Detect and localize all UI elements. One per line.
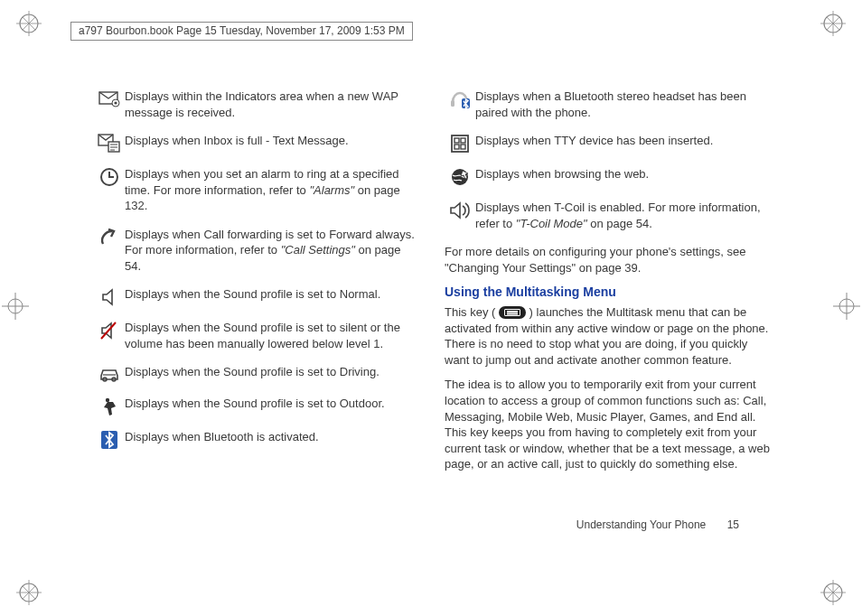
svg-point-8 [114,101,117,104]
indicator-row: Displays when Bluetooth is activated. [94,429,419,450]
indicator-row: Displays when a Bluetooth stereo headset… [445,89,770,120]
alarm-clock-icon [94,166,125,187]
sound-driving-icon [94,364,125,383]
crop-mark-icon [2,293,29,320]
indicator-desc: Displays when the Sound profile is set t… [125,364,419,380]
page: a797 Bourbon.book Page 15 Tuesday, Novem… [61,18,802,578]
indicator-desc: Displays within the Indicators area when… [125,89,419,120]
indicator-row: Displays when you set an alarm to ring a… [94,166,419,214]
indicator-desc: Displays when browsing the web. [475,166,770,182]
crop-mark-icon [833,293,860,320]
multitask-p1: This key ( ) launches the Multitask menu… [445,304,770,368]
bt-headset-icon [445,89,475,109]
svg-rect-17 [451,100,454,107]
svg-point-15 [106,398,109,402]
right-column: Displays when a Bluetooth stereo headset… [445,89,770,481]
register-mark-icon [820,580,846,605]
svg-rect-22 [454,145,459,149]
indicator-desc: Displays when the Sound profile is set t… [125,286,419,303]
indicator-desc: Displays when TTY device has been insert… [475,133,770,149]
indicator-desc: Displays when Call forwarding is set to … [125,227,419,275]
sound-normal-icon [94,286,125,307]
indicator-row: Displays when Inbox is full - Text Messa… [94,133,419,154]
indicator-desc: Displays when you set an alarm to ring a… [125,166,419,214]
sound-silent-icon [94,320,125,341]
config-paragraph: For more details on configuring your pho… [445,244,770,275]
header-meta: a797 Bourbon.book Page 15 Tuesday, Novem… [70,22,413,41]
indicator-desc: Displays when T-Coil is enabled. For mor… [475,200,770,231]
indicator-row: Displays when the Sound profile is set t… [94,396,419,416]
indicator-row: Displays when the Sound profile is set t… [94,286,419,307]
content-columns: Displays within the Indicators area when… [94,89,770,481]
multitask-p2: The idea is to allow you to temporarily … [445,377,770,471]
section-heading: Using the Multitasking Menu [445,285,770,299]
indicator-row: Displays when the Sound profile is set t… [94,320,419,351]
svg-rect-23 [461,145,465,149]
indicator-row: Displays when the Sound profile is set t… [94,364,419,383]
indicator-desc: Displays when Inbox is full - Text Messa… [125,133,419,149]
indicator-desc: Displays when the Sound profile is set t… [125,320,419,351]
svg-rect-21 [461,138,465,143]
indicator-row: Displays when Call forwarding is set to … [94,227,419,275]
indicator-row: Displays when browsing the web. [445,166,770,187]
multitask-key-icon [499,306,526,319]
svg-rect-20 [454,138,459,143]
register-mark-icon [16,580,42,605]
page-footer: Understanding Your Phone 15 [576,518,739,531]
footer-section: Understanding Your Phone [576,518,706,531]
indicator-row: Displays within the Indicators area when… [94,89,419,120]
register-mark-icon [820,11,846,36]
bluetooth-icon [94,429,125,450]
left-column: Displays within the Indicators area when… [94,89,419,481]
indicator-desc: Displays when the Sound profile is set t… [125,396,419,412]
tcoil-icon [445,200,475,220]
indicator-row: Displays when T-Coil is enabled. For mor… [445,200,770,231]
web-browse-icon [445,166,475,187]
tty-icon [445,133,475,154]
indicator-row: Displays when TTY device has been insert… [445,133,770,154]
call-forward-icon [94,227,125,247]
indicator-desc: Displays when Bluetooth is activated. [125,429,419,445]
footer-page-number: 15 [727,518,739,531]
wap-message-icon [94,89,125,107]
sound-outdoor-icon [94,396,125,416]
indicator-desc: Displays when a Bluetooth stereo headset… [475,89,770,120]
inbox-full-icon [94,133,125,154]
register-mark-icon [16,11,42,36]
